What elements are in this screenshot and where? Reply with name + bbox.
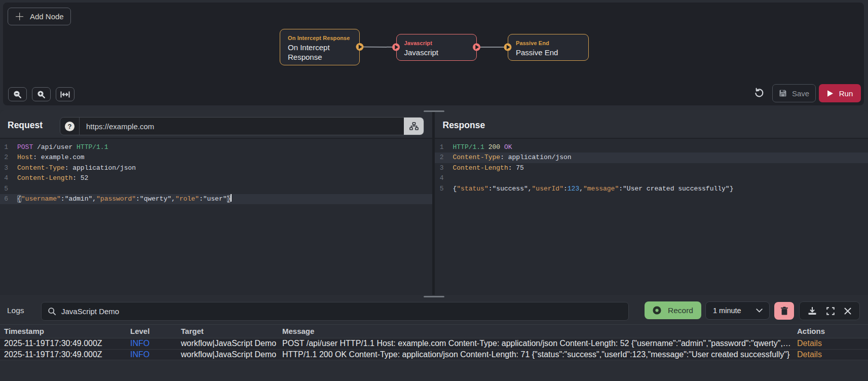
request-title: Request [8,120,43,131]
play-icon [827,90,834,97]
zoom-out-button[interactable] [8,87,27,101]
zoom-out-icon [13,90,22,99]
editor-line: 4 [435,173,868,183]
editor-line: 3Content-Type: application/json [0,163,432,173]
close-logs-button[interactable] [844,308,851,315]
fit-width-button[interactable] [56,87,74,101]
node-type-label: Javascript [404,40,469,47]
column-header-target[interactable]: Target [181,325,204,338]
download-logs-button[interactable] [808,307,817,315]
fullscreen-icon [826,307,835,315]
workflow-canvas[interactable]: On Intercept ResponseOn Intercept Respon… [3,3,864,105]
editor-line: 5 [0,184,432,194]
undo-icon [754,88,764,98]
logs-title: Logs [7,306,24,315]
editor-line: 2Host: example.com [0,153,432,163]
cell-message: HTTP/1.1 200 OK Content-Type: applicatio… [282,350,794,360]
editor-line: 3Content-Length: 75 [435,163,868,173]
log-row[interactable]: 2025-11-19T17:30:49.000ZINFOworkflow|Jav… [0,338,868,350]
logs-resize-handle[interactable] [424,296,444,297]
cell-timestamp: 2025-11-19T17:30:49.000Z [4,338,102,349]
editor-line: 5{"status":"success","userId":123,"messa… [435,184,868,194]
editor-line: 4Content-Length: 52 [0,173,432,183]
node-type-label: On Intercept Response [288,34,352,42]
run-button[interactable]: Run [819,84,861,102]
details-link[interactable]: Details [797,350,822,360]
code-line: HTTP/1.1 200 OK [453,142,512,153]
run-label: Run [839,89,853,98]
record-dot-icon [653,306,661,315]
fit-width-icon [60,91,70,98]
zoom-in-button[interactable] [32,87,51,101]
response-header: Response [435,110,868,139]
workflow-node-passive-end[interactable]: Passive EndPassive End [508,34,589,61]
floppy-icon [779,89,787,97]
code-line: {"username":"admin","password":"qwerty",… [17,194,232,204]
code-line: POST /api/user HTTP/1.1 [17,142,108,153]
response-title: Response [443,120,485,131]
zoom-in-icon [37,90,46,99]
add-node-label: Add Node [30,12,64,21]
line-number: 5 [0,184,8,194]
close-icon [844,308,851,315]
clear-logs-button[interactable] [774,302,794,320]
response-editor[interactable]: 1HTTP/1.1 200 OK2Content-Type: applicati… [435,139,868,194]
save-button[interactable]: Save [772,84,816,102]
interval-select[interactable]: 1 minute [705,301,770,320]
question-icon: ? [65,122,74,131]
editor-line: 2Content-Type: application/json [435,153,868,163]
workflow-node-on-intercept-response[interactable]: On Intercept ResponseOn Intercept Respon… [280,29,360,65]
reset-view-button[interactable] [753,87,765,98]
code-line: Host: example.com [17,153,85,163]
code-line: Content-Type: application/json [453,153,572,163]
canvas-resize-handle[interactable] [424,110,444,112]
editor-line: 6{"username":"admin","password":"qwerty"… [0,194,432,204]
line-number: 2 [0,153,8,163]
log-row[interactable]: 2025-11-19T17:30:49.000ZINFOworkflow|Jav… [0,350,868,361]
save-label: Save [792,89,809,98]
editor-line: 1POST /api/user HTTP/1.1 [0,142,432,153]
line-number: 4 [435,173,444,183]
column-header-level[interactable]: Level [130,325,149,338]
code-line: Content-Length: 52 [17,173,88,183]
search-icon [48,307,56,316]
logs-table-header: TimestampLevelTargetMessageActions [0,324,868,338]
url-input[interactable] [80,118,404,135]
cell-level: INFO [130,338,149,349]
pane-divider[interactable] [432,110,435,295]
workflow-node-javascript[interactable]: JavascriptJavascript [396,34,477,61]
cell-message: POST /api/user HTTP/1.1 Host: example.co… [282,338,794,349]
interval-value: 1 minute [713,307,741,315]
cell-timestamp: 2025-11-19T17:30:49.000Z [4,350,102,360]
download-icon [808,307,817,315]
record-button[interactable]: Record [645,301,701,319]
node-title: Passive End [516,48,581,57]
request-editor[interactable]: 1POST /api/user HTTP/1.12Host: example.c… [0,139,432,204]
chevron-down-icon [756,309,763,313]
line-number: 6 [0,194,8,204]
trash-icon [780,307,788,315]
node-type-label: Passive End [516,40,581,47]
line-number: 1 [435,142,444,153]
column-header-timestamp[interactable]: Timestamp [4,325,44,338]
details-link[interactable]: Details [797,338,822,349]
node-title: Javascript [404,48,469,57]
log-search-input[interactable] [61,307,628,316]
plus-icon [16,13,23,20]
code-line: Content-Type: application/json [17,163,136,173]
request-header: Request ? [0,110,432,139]
logs-action-group [799,301,860,320]
add-node-button[interactable]: Add Node [8,8,71,25]
cell-target: workflow|JavaScript Demo [181,338,276,349]
line-number: 5 [435,184,444,194]
column-header-actions[interactable]: Actions [797,325,825,338]
url-help-button[interactable]: ? [60,118,80,135]
cell-level: INFO [130,350,149,360]
line-number: 3 [435,163,444,173]
fullscreen-button[interactable] [826,307,835,315]
column-header-message[interactable]: Message [282,325,314,338]
code-line: Content-Length: 75 [453,163,524,173]
url-sitemap-button[interactable] [404,118,424,135]
node-title: On Intercept Response [288,43,352,62]
line-number: 1 [0,142,8,153]
